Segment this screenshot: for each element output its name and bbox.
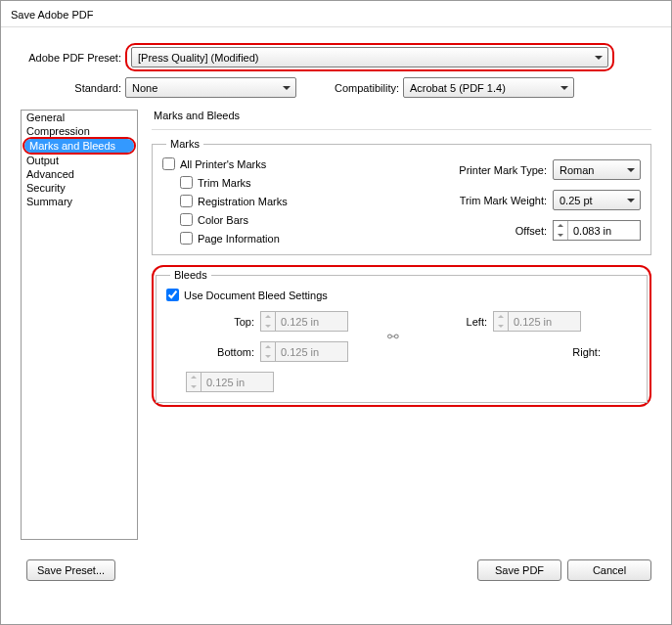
link-icon[interactable]: ⚯ — [387, 329, 399, 344]
standard-dropdown[interactable]: None — [125, 77, 296, 98]
save-pdf-button[interactable]: Save PDF — [477, 559, 561, 581]
marks-legend: Marks — [166, 138, 203, 150]
category-sidebar[interactable]: General Compression Marks and Bleeds Out… — [21, 110, 138, 540]
bleed-top-stepper: 0.125 in — [260, 311, 348, 332]
trim-mark-weight-label: Trim Mark Weight: — [434, 195, 547, 206]
registration-marks-input[interactable] — [180, 195, 193, 207]
standard-value: None — [132, 82, 157, 94]
sidebar-item-marks-and-bleeds[interactable]: Marks and Bleeds — [24, 139, 134, 153]
offset-label: Offset: — [434, 225, 547, 237]
compatibility-dropdown[interactable]: Acrobat 5 (PDF 1.4) — [403, 77, 574, 98]
sidebar-item-security[interactable]: Security — [22, 181, 137, 195]
trim-marks-label: Trim Marks — [198, 177, 251, 189]
bleed-bottom-label: Bottom: — [186, 346, 254, 358]
main-panel: Marks and Bleeds Marks All Printer's Mar… — [152, 110, 651, 540]
registration-marks-label: Registration Marks — [198, 196, 288, 207]
divider — [152, 129, 651, 130]
offset-stepper[interactable]: 0.083 in — [553, 220, 641, 241]
sidebar-item-compression[interactable]: Compression — [22, 124, 137, 138]
preset-highlight: [Press Quality] (Modified) — [125, 43, 614, 71]
preset-dropdown[interactable]: [Press Quality] (Modified) — [131, 47, 608, 67]
printer-mark-type-value: Roman — [560, 164, 594, 176]
use-document-bleed-checkbox[interactable]: Use Document Bleed Settings — [166, 289, 637, 301]
use-document-bleed-input[interactable] — [166, 289, 179, 301]
bleed-top-value: 0.125 in — [276, 316, 319, 328]
standard-label: Standard: — [21, 82, 121, 94]
save-preset-button[interactable]: Save Preset... — [26, 559, 115, 581]
trim-marks-input[interactable] — [180, 176, 193, 189]
bleed-right-value: 0.125 in — [202, 377, 245, 388]
printer-mark-type-dropdown[interactable]: Roman — [553, 159, 641, 180]
window-title: Save Adobe PDF — [1, 1, 671, 27]
page-information-input[interactable] — [180, 232, 193, 245]
trim-mark-weight-value: 0.25 pt — [560, 195, 593, 206]
compatibility-label: Compatibility: — [316, 82, 399, 94]
bleed-right-label: Right: — [493, 346, 601, 358]
trim-mark-weight-dropdown[interactable]: 0.25 pt — [553, 190, 641, 210]
bleed-bottom-value: 0.125 in — [276, 346, 319, 358]
bleed-top-label: Top: — [186, 316, 254, 328]
bleed-bottom-stepper: 0.125 in — [260, 341, 348, 362]
all-printers-marks-label: All Printer's Marks — [180, 158, 266, 170]
preset-label: Adobe PDF Preset: — [21, 52, 121, 64]
marks-fieldset: Marks All Printer's Marks Trim Marks — [152, 138, 651, 255]
bleed-right-stepper: 0.125 in — [186, 372, 274, 392]
compatibility-value: Acrobat 5 (PDF 1.4) — [410, 82, 506, 94]
offset-value: 0.083 in — [568, 225, 611, 237]
color-bars-checkbox[interactable]: Color Bars — [180, 213, 288, 226]
save-pdf-dialog: Save Adobe PDF Adobe PDF Preset: [Press … — [0, 0, 672, 625]
sidebar-item-advanced[interactable]: Advanced — [22, 167, 137, 181]
bleeds-fieldset: Bleeds Use Document Bleed Settings Top: … — [156, 269, 648, 403]
registration-marks-checkbox[interactable]: Registration Marks — [180, 195, 288, 207]
all-printers-marks-checkbox[interactable]: All Printer's Marks — [162, 157, 288, 170]
bleed-left-value: 0.125 in — [509, 316, 552, 328]
cancel-button[interactable]: Cancel — [567, 559, 651, 581]
sidebar-selection-highlight: Marks and Bleeds — [22, 137, 136, 155]
bleeds-legend: Bleeds — [170, 269, 211, 281]
printer-mark-type-label: Printer Mark Type: — [434, 164, 547, 176]
bleed-left-stepper: 0.125 in — [493, 311, 581, 332]
bleeds-highlight: Bleeds Use Document Bleed Settings Top: … — [152, 265, 651, 407]
all-printers-marks-input[interactable] — [162, 157, 175, 170]
color-bars-input[interactable] — [180, 213, 193, 226]
color-bars-label: Color Bars — [198, 214, 248, 226]
sidebar-item-general[interactable]: General — [22, 111, 137, 124]
page-information-checkbox[interactable]: Page Information — [180, 232, 288, 245]
preset-value: [Press Quality] (Modified) — [138, 52, 258, 64]
panel-title: Marks and Bleeds — [152, 110, 651, 121]
sidebar-item-output[interactable]: Output — [22, 154, 137, 167]
sidebar-item-summary[interactable]: Summary — [22, 195, 137, 208]
use-document-bleed-label: Use Document Bleed Settings — [184, 290, 328, 301]
bleed-left-label: Left: — [419, 316, 487, 328]
page-information-label: Page Information — [198, 233, 280, 245]
trim-marks-checkbox[interactable]: Trim Marks — [180, 176, 288, 189]
